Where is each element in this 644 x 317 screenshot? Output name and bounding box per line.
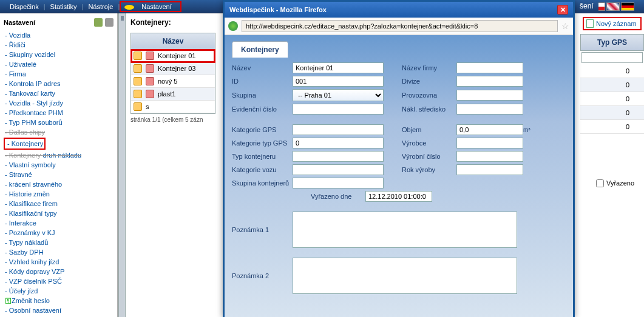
sidebar-item[interactable]: - Řidiči bbox=[4, 40, 114, 50]
sidebar-item[interactable]: - Sazby DPH bbox=[4, 247, 114, 257]
edit-icon[interactable] bbox=[134, 52, 142, 60]
edit-icon[interactable] bbox=[134, 77, 142, 85]
close-icon[interactable]: ✕ bbox=[557, 5, 568, 15]
grid-row[interactable]: Kontejner 01 bbox=[131, 50, 215, 62]
unit-m3: m³ bbox=[523, 127, 530, 133]
sidebar-item[interactable]: - Klasifikace firem bbox=[4, 199, 114, 209]
input-provoz[interactable] bbox=[456, 90, 523, 101]
delete-icon[interactable] bbox=[146, 90, 154, 98]
gps-cell: 0 bbox=[580, 120, 644, 134]
flag-de-icon[interactable] bbox=[621, 2, 634, 11]
input-objem[interactable] bbox=[456, 124, 523, 135]
input-skupkont[interactable] bbox=[293, 178, 384, 189]
edit-icon[interactable] bbox=[134, 102, 142, 111]
edit-icon[interactable] bbox=[134, 90, 142, 98]
checkbox-vyrazeno[interactable] bbox=[596, 179, 604, 187]
sidebar-item[interactable]: - Stravné bbox=[4, 170, 114, 179]
sidebar-item[interactable]: - Vozidla - Styl jízdy bbox=[4, 98, 114, 108]
label-vyrazeno: Vyřazeno bbox=[606, 179, 634, 187]
label-divize: Divize bbox=[402, 78, 456, 85]
menu-statistiky[interactable]: Statistiky bbox=[46, 2, 82, 12]
url-input[interactable] bbox=[242, 20, 558, 32]
menu-dispecink[interactable]: Dispečink bbox=[5, 2, 44, 12]
select-skupina[interactable]: -- Praha 01 bbox=[293, 89, 384, 101]
input-katvoz[interactable] bbox=[293, 164, 384, 175]
input-rok[interactable] bbox=[456, 164, 523, 175]
sidebar-item-kontejnery[interactable]: - Kontejnery bbox=[6, 139, 43, 148]
popup-titlebar[interactable]: Webdispečink - Mozilla Firefox ✕ bbox=[225, 2, 573, 18]
edit-icon[interactable] bbox=[134, 64, 142, 73]
sidebar-item[interactable]: - Předkontace PHM bbox=[4, 108, 114, 118]
label-objem: Objem bbox=[402, 126, 456, 133]
sidebar-item[interactable]: - Dallas chipy bbox=[4, 127, 114, 137]
sidebar-item[interactable]: - Vlastní symboly bbox=[4, 160, 114, 170]
grid-row[interactable]: s bbox=[131, 101, 215, 113]
label-katvoz: Kategorie vozu bbox=[232, 166, 293, 173]
tab-kontejnery[interactable]: Kontejnery bbox=[232, 41, 288, 58]
refresh-icon[interactable] bbox=[105, 18, 114, 27]
splitter-handle[interactable] bbox=[118, 13, 126, 317]
label-stredisko: Nákl. středisko bbox=[402, 105, 456, 113]
sidebar-item[interactable]: - Osobní nastavení bbox=[4, 305, 114, 315]
edit-popup: Webdispečink - Mozilla Firefox ✕ ☆ Konte… bbox=[223, 0, 575, 317]
menu-nastaveni[interactable]: Nastavení bbox=[120, 1, 181, 12]
input-vyrdne[interactable] bbox=[365, 191, 432, 202]
sidebar-item[interactable]: - Poznámky v KJ bbox=[4, 228, 114, 238]
gps-header[interactable]: Typ GPS bbox=[580, 34, 644, 51]
input-vyrcislo[interactable] bbox=[456, 151, 523, 162]
sidebar-item[interactable]: - Účely jízd bbox=[4, 286, 114, 296]
input-firma[interactable] bbox=[456, 62, 523, 73]
input-stredisko[interactable] bbox=[456, 104, 523, 115]
sidebar-item[interactable]: - Tankovací karty bbox=[4, 88, 114, 98]
sidebar-item[interactable]: - Kódy dopravy VZP bbox=[4, 267, 114, 276]
delete-icon[interactable] bbox=[146, 64, 154, 73]
sidebar-item[interactable]: - Uživatelé bbox=[4, 59, 114, 69]
input-katgps[interactable] bbox=[293, 124, 384, 135]
sidebar-item[interactable]: - Kontrola IP adres bbox=[4, 79, 114, 88]
sidebar-item[interactable]: - Skupiny vozidel bbox=[4, 50, 114, 59]
label-id: ID bbox=[232, 78, 293, 85]
input-nazev[interactable] bbox=[293, 62, 384, 73]
textarea-pozn2[interactable] bbox=[293, 258, 517, 294]
sidebar-item[interactable]: - Vzhled knihy jízd bbox=[4, 257, 114, 267]
grid-row[interactable]: nový 5 bbox=[131, 75, 215, 88]
sidebar-item[interactable]: - VZP číselník PSČ bbox=[4, 276, 114, 286]
add-icon[interactable] bbox=[94, 18, 103, 27]
grid-header-nazev[interactable]: Název bbox=[131, 33, 215, 50]
gps-cell: 0 bbox=[580, 106, 644, 120]
settings-sidebar: Nastavení - Vozidla- Řidiči- Skupiny voz… bbox=[0, 13, 118, 317]
sidebar-item[interactable]: - Typ PHM souborů bbox=[4, 118, 114, 127]
label-typkont: Typ kontejneru bbox=[232, 153, 293, 160]
label-vyrcislo: Výrobní číslo bbox=[402, 153, 456, 160]
sidebar-item[interactable]: - Klasifikační typy bbox=[4, 209, 114, 218]
sidebar-change-password[interactable]: ⚿Změnit heslo bbox=[4, 296, 114, 305]
label-pozn2: Poznámka 2 bbox=[232, 272, 293, 279]
grid-row[interactable]: plast1 bbox=[131, 88, 215, 101]
page-icon bbox=[586, 19, 594, 28]
input-evid[interactable] bbox=[293, 104, 384, 115]
delete-icon[interactable] bbox=[146, 52, 154, 60]
flag-uk-icon[interactable] bbox=[606, 2, 620, 11]
gps-filter-input[interactable] bbox=[581, 52, 643, 63]
input-vyrobce[interactable] bbox=[456, 138, 523, 148]
grid-row[interactable]: Kontejner 03 bbox=[131, 62, 215, 75]
sidebar-item-kontejnery-dup[interactable]: - Kontejnery druh nákladu bbox=[4, 150, 114, 160]
sidebar-item[interactable]: - Interakce bbox=[4, 218, 114, 228]
input-typkont[interactable] bbox=[293, 151, 384, 162]
input-id[interactable] bbox=[293, 76, 384, 87]
textarea-pozn1[interactable] bbox=[293, 212, 517, 248]
sidebar-item[interactable]: - Firma bbox=[4, 69, 114, 79]
delete-icon[interactable] bbox=[146, 77, 154, 85]
sidebar-title: Nastavení bbox=[4, 18, 114, 27]
label-evid: Evidenční číslo bbox=[232, 105, 293, 113]
new-record-link[interactable]: Nový záznam bbox=[583, 17, 642, 30]
input-divize[interactable] bbox=[456, 76, 523, 87]
sidebar-item[interactable]: - Historie změn bbox=[4, 189, 114, 199]
sidebar-item[interactable]: - krácení stravného bbox=[4, 179, 114, 189]
sidebar-item[interactable]: - Typy nákladů bbox=[4, 238, 114, 247]
sidebar-item[interactable]: - Vozidla bbox=[4, 30, 114, 40]
menu-nastroje[interactable]: Nástroje bbox=[83, 2, 118, 12]
bookmark-star-icon[interactable]: ☆ bbox=[561, 21, 569, 31]
container-form: Název Název firmy ID Divize Skupina-- Pr… bbox=[232, 62, 566, 294]
input-kattyp[interactable] bbox=[293, 138, 384, 148]
